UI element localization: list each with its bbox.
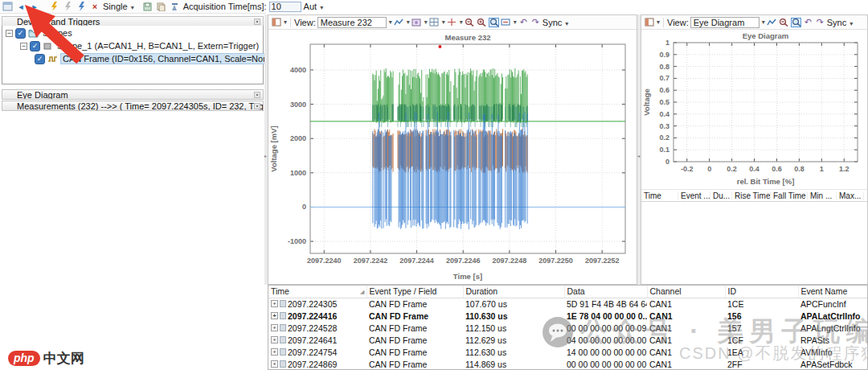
expand-icon[interactable]: + bbox=[271, 348, 278, 356]
time-value: 2097.224305 bbox=[288, 299, 337, 309]
zoom-select-icon[interactable] bbox=[489, 18, 499, 27]
scope-window-icon[interactable] bbox=[2, 2, 13, 12]
redo-icon[interactable]: ↷ bbox=[530, 18, 541, 27]
expand-icon[interactable]: + bbox=[271, 312, 278, 319]
eye-diagram-section-header[interactable]: Eye Diagram bbox=[2, 89, 264, 100]
layout-icon[interactable] bbox=[271, 18, 281, 27]
cell-time: +2097.224305 bbox=[268, 298, 366, 310]
table-row[interactable]: +2097.224416CAN FD Frame110.630 us1E 78 … bbox=[268, 310, 867, 322]
trace-table-panel: Time◢Event Type / FieldDurationDataChann… bbox=[268, 285, 868, 370]
cell: 110.630 us bbox=[463, 310, 564, 322]
frame-icon bbox=[280, 336, 286, 343]
column-header-id[interactable]: ID bbox=[725, 286, 798, 298]
undo-icon[interactable]: ↶ bbox=[803, 18, 813, 27]
checkbox-checked-icon[interactable]: ✓ bbox=[15, 28, 26, 39]
svg-text:0.4: 0.4 bbox=[749, 165, 760, 173]
eye-diagram-chart[interactable]: -0.200.20.40.60.811.200.10.20.30.40.50.6… bbox=[641, 30, 866, 187]
cursor-icon[interactable] bbox=[447, 18, 457, 27]
stop-icon[interactable]: × bbox=[89, 2, 100, 12]
checkbox-checked-icon[interactable]: ✓ bbox=[30, 41, 40, 51]
expand-icon[interactable]: + bbox=[271, 324, 278, 331]
export-image-icon[interactable] bbox=[411, 18, 422, 27]
cell: APALngtCtrlInfo bbox=[798, 322, 867, 334]
column-header-data[interactable]: Data bbox=[564, 286, 647, 298]
column-header-duration[interactable]: Duration bbox=[463, 286, 564, 298]
trigger-run-icon[interactable] bbox=[76, 2, 87, 12]
column-header-event-name[interactable]: Event Name bbox=[798, 286, 867, 298]
eye-column-header[interactable]: Event ... bbox=[678, 191, 710, 200]
sync-dropdown[interactable]: Sync ▾ bbox=[827, 18, 854, 27]
redo-icon[interactable]: ↷ bbox=[815, 18, 825, 27]
frame-icon bbox=[280, 312, 286, 319]
grid-icon[interactable] bbox=[429, 18, 440, 27]
tree-item-scope1[interactable]: − ✓ Scope_1 (A=CAN1_H, B=CAN1_L, Extern=… bbox=[2, 39, 263, 52]
svg-text:2000: 2000 bbox=[290, 134, 306, 142]
undo-icon[interactable]: ↶ bbox=[518, 18, 529, 27]
zoom-fit-icon[interactable] bbox=[501, 18, 511, 27]
auto-mode-dropdown[interactable]: Aut ▾ bbox=[304, 2, 324, 11]
export-icon[interactable] bbox=[170, 2, 181, 12]
zoom-out-icon[interactable] bbox=[465, 18, 475, 27]
chevron-down-icon[interactable]: ▾ bbox=[762, 18, 765, 26]
trigger-armed-icon[interactable] bbox=[48, 2, 59, 12]
section-menu-button[interactable] bbox=[254, 92, 260, 98]
acquisition-time-input[interactable] bbox=[269, 2, 301, 12]
view-selector-combo[interactable]: Eye Diagram bbox=[690, 17, 760, 28]
copy-icon[interactable] bbox=[156, 2, 167, 12]
table-row[interactable]: +2097.224305CAN FD Frame107.670 us5D 91 … bbox=[268, 298, 867, 310]
splitter-grip-icon[interactable]: ▸ bbox=[264, 153, 267, 158]
tree-item-can-frame[interactable]: ✓ CAN Frame (ID=0x156, Channel=CAN1, Sca… bbox=[2, 52, 263, 65]
table-row[interactable]: +2097.224754CAN FD Frame112.630 us14 00 … bbox=[268, 346, 867, 358]
table-row[interactable]: +2097.224869CAN FD Frame114.869 us00 00 … bbox=[268, 358, 867, 370]
eye-column-header[interactable]: Fall Time bbox=[771, 191, 808, 200]
section-menu-button[interactable] bbox=[254, 18, 260, 25]
svg-text:0: 0 bbox=[665, 158, 669, 166]
trace-table[interactable]: Time◢Event Type / FieldDurationDataChann… bbox=[268, 286, 868, 370]
eye-column-header[interactable]: Time bbox=[641, 191, 678, 200]
cell: 114.869 us bbox=[463, 358, 564, 370]
column-header-channel[interactable]: Channel bbox=[647, 286, 725, 298]
eye-column-header[interactable]: Min ... bbox=[808, 191, 837, 200]
expand-icon[interactable]: + bbox=[271, 300, 278, 307]
zoom-select-icon[interactable] bbox=[791, 18, 801, 27]
chevron-down-icon[interactable]: ▾ bbox=[407, 18, 410, 26]
sync-dropdown[interactable]: Sync ▾ bbox=[542, 18, 569, 27]
single-mode-dropdown[interactable]: Single ▾ bbox=[103, 2, 134, 11]
section-menu-button[interactable] bbox=[254, 103, 260, 109]
eye-column-header[interactable]: Max... bbox=[837, 191, 864, 200]
chevron-down-icon[interactable]: ▾ bbox=[442, 18, 445, 26]
eye-column-header[interactable]: Du... bbox=[710, 191, 732, 200]
view-selector-combo[interactable]: Measure 232 bbox=[317, 17, 387, 28]
collapse-icon[interactable]: − bbox=[6, 30, 13, 37]
cell: CAN FD Frame bbox=[366, 334, 463, 346]
zoom-in-icon[interactable] bbox=[477, 18, 487, 27]
expand-icon[interactable]: + bbox=[271, 360, 278, 368]
measurements-section-header[interactable]: Measurements (232) -->> ( Time= 2097.224… bbox=[2, 101, 264, 111]
column-header-time[interactable]: Time◢ bbox=[268, 286, 366, 298]
nav-forward-icon[interactable]: ▸ bbox=[29, 2, 40, 12]
collapse-icon[interactable]: − bbox=[20, 43, 27, 50]
trigger-idle-icon[interactable] bbox=[62, 2, 73, 12]
splitter-grip-icon[interactable]: ◂ bbox=[637, 153, 640, 158]
chevron-down-icon[interactable]: ▾ bbox=[514, 18, 517, 26]
cell-time: +2097.224416 bbox=[268, 310, 366, 322]
cell: 2FF bbox=[725, 358, 798, 370]
chevron-down-icon[interactable]: ▾ bbox=[424, 18, 428, 26]
chart-type-icon[interactable] bbox=[767, 18, 777, 27]
chevron-down-icon[interactable]: ▾ bbox=[389, 18, 392, 26]
nav-back-icon[interactable]: ◂ bbox=[15, 2, 27, 12]
tree-item-scopes[interactable]: − ✓ Scopes bbox=[2, 27, 263, 39]
layout-icon[interactable] bbox=[644, 18, 654, 27]
save-icon[interactable] bbox=[142, 2, 154, 12]
checkbox-checked-icon[interactable]: ✓ bbox=[35, 54, 45, 64]
expand-icon[interactable]: + bbox=[271, 336, 278, 343]
measure-chart[interactable]: 2097.22402097.22422097.22442097.22462097… bbox=[268, 30, 635, 282]
table-row[interactable]: +2097.224528CAN FD Frame112.150 us00 00 … bbox=[268, 322, 867, 334]
eye-column-header[interactable]: Rise Time bbox=[732, 191, 771, 200]
zoom-out-icon[interactable] bbox=[779, 18, 789, 27]
column-header-event-type-field[interactable]: Event Type / Field bbox=[366, 286, 463, 298]
table-row[interactable]: +2097.224641CAN FD Frame112.629 us04 00 … bbox=[268, 334, 867, 346]
frame-icon bbox=[280, 324, 286, 331]
chevron-down-icon[interactable]: ▾ bbox=[460, 18, 463, 26]
chart-type-icon[interactable] bbox=[394, 18, 404, 27]
